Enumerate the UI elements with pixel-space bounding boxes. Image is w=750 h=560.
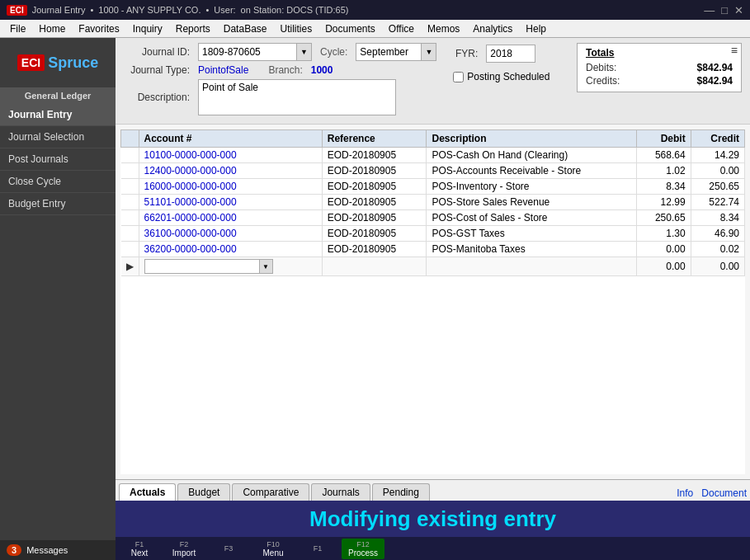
tab-budget[interactable]: Budget xyxy=(177,483,230,501)
menu-item-memos[interactable]: Memos xyxy=(421,21,466,36)
fyr-row: FYR: xyxy=(453,45,550,63)
menu-item-inquiry[interactable]: Inquiry xyxy=(126,21,169,36)
sidebar-item-post-journals[interactable]: Post Journals xyxy=(0,148,116,171)
cell-reference-0: EOD-20180905 xyxy=(322,148,427,163)
debits-label: Debits: xyxy=(586,62,635,73)
menu-item-utilities[interactable]: Utilities xyxy=(273,21,318,36)
content-area: Journal ID: ▼ Cycle: ▼ Journal Type: xyxy=(116,38,750,560)
cell-credit-2: 250.65 xyxy=(691,179,744,195)
fkey-num: F3 xyxy=(224,544,233,553)
fkey-label: Import xyxy=(172,548,196,558)
new-row-debit: 0.00 xyxy=(637,257,691,276)
sidebar-item-journal-entry[interactable]: Journal Entry xyxy=(0,104,116,126)
title-separator2: • xyxy=(205,5,209,15)
cell-reference-4: EOD-20180905 xyxy=(322,210,427,226)
table-new-row[interactable]: ▶ ▼ 0.00 0.00 xyxy=(121,257,745,276)
titlebar-controls[interactable]: — □ ✕ xyxy=(704,4,743,16)
cell-reference-2: EOD-20180905 xyxy=(322,179,427,195)
table-header-row: Account # Reference Description Debit Cr… xyxy=(121,130,745,148)
cell-debit-3: 12.99 xyxy=(637,195,691,210)
cell-description-3: POS-Store Sales Revenue xyxy=(427,195,637,210)
title-station: on Station: DOCS (TID:65) xyxy=(241,5,349,15)
row-arrow-3 xyxy=(121,195,139,210)
messages-label[interactable]: Messages xyxy=(26,545,68,555)
messages-badge[interactable]: 3 xyxy=(7,544,21,556)
tab-btn-info[interactable]: Info xyxy=(677,487,693,499)
journal-id-combo[interactable]: ▼ xyxy=(198,43,312,61)
row-arrow-4 xyxy=(121,210,139,226)
menu-item-file[interactable]: File xyxy=(3,21,32,36)
cycle-dropdown-btn[interactable]: ▼ xyxy=(422,43,436,61)
tab-btn-document[interactable]: Document xyxy=(701,487,747,499)
table-row[interactable]: 36200-0000-000-000 EOD-20180905 POS-Mani… xyxy=(121,242,745,257)
sidebar-spacer xyxy=(0,215,116,540)
fkey-f10-menu[interactable]: F10Menu xyxy=(252,540,294,558)
row-arrow-2 xyxy=(121,179,139,195)
cycle-input[interactable] xyxy=(356,43,422,61)
tab-comparative[interactable]: Comparative xyxy=(232,483,309,501)
row-arrow-6 xyxy=(121,242,139,257)
menu-item-documents[interactable]: Documents xyxy=(318,21,382,36)
new-account-dropdown[interactable]: ▼ xyxy=(260,259,273,274)
credits-label: Credits: xyxy=(586,75,635,87)
cell-description-6: POS-Manitoba Taxes xyxy=(427,242,637,257)
journal-id-input[interactable] xyxy=(198,43,297,61)
menu-item-home[interactable]: Home xyxy=(32,21,72,36)
cell-debit-2: 8.34 xyxy=(637,179,691,195)
new-row-desc xyxy=(427,257,637,276)
minimize-button[interactable]: — xyxy=(704,4,715,16)
fkey-f1-next[interactable]: F1Next xyxy=(119,540,160,558)
sidebar-item-journal-selection[interactable]: Journal Selection xyxy=(0,126,116,148)
fkey-f12-process[interactable]: F12Process xyxy=(342,539,384,559)
table-row[interactable]: 16000-0000-000-000 EOD-20180905 POS-Inve… xyxy=(121,179,745,195)
table-row[interactable]: 51101-0000-000-000 EOD-20180905 POS-Stor… xyxy=(121,195,745,210)
menu-item-office[interactable]: Office xyxy=(382,21,421,36)
fkey-num: F1 xyxy=(135,540,144,548)
menu-item-analytics[interactable]: Analytics xyxy=(466,21,519,36)
new-row-account[interactable]: ▼ xyxy=(139,257,322,276)
cell-description-2: POS-Inventory - Store xyxy=(427,179,637,195)
menu-item-database[interactable]: DataBase xyxy=(217,21,274,36)
posting-checkbox[interactable] xyxy=(453,72,464,82)
tab-right-buttons: InfoDocument xyxy=(677,487,747,501)
tab-actuals[interactable]: Actuals xyxy=(119,483,176,501)
messages-bar: 3 Messages xyxy=(0,540,116,560)
sidebar-item-budget-entry[interactable]: Budget Entry xyxy=(0,193,116,215)
new-row-arrow: ▶ xyxy=(121,257,139,276)
table-row[interactable]: 36100-0000-000-000 EOD-20180905 POS-GST … xyxy=(121,226,745,242)
menubar: FileHomeFavoritesInquiryReportsDataBaseU… xyxy=(0,20,750,38)
maximize-button[interactable]: □ xyxy=(721,4,728,16)
cell-credit-1: 0.00 xyxy=(691,163,744,179)
close-button[interactable]: ✕ xyxy=(734,4,743,16)
cell-reference-1: EOD-20180905 xyxy=(322,163,427,179)
fyr-input[interactable] xyxy=(486,45,535,63)
fkey-f3-[interactable]: F3 xyxy=(208,544,249,553)
cell-debit-6: 0.00 xyxy=(637,242,691,257)
description-input[interactable] xyxy=(198,79,396,115)
eci-logo: ECI xyxy=(17,54,45,71)
menu-item-favorites[interactable]: Favorites xyxy=(72,21,125,36)
col-arrow xyxy=(121,130,139,148)
journal-id-dropdown-btn[interactable]: ▼ xyxy=(297,43,312,61)
totals-menu-icon[interactable]: ≡ xyxy=(731,44,738,57)
table-row[interactable]: 12400-0000-000-000 EOD-20180905 POS-Acco… xyxy=(121,163,745,179)
menu-item-help[interactable]: Help xyxy=(519,21,553,36)
function-keys-bar: F1NextF2ImportF3F10MenuF1F12Process xyxy=(116,537,750,560)
cell-description-5: POS-GST Taxes xyxy=(427,226,637,242)
tab-journals[interactable]: Journals xyxy=(311,483,370,501)
new-account-input[interactable] xyxy=(144,259,260,274)
journal-type-label: Journal Type: xyxy=(124,64,190,76)
cell-credit-4: 8.34 xyxy=(691,210,744,226)
form-fields-middle: FYR: Posting Scheduled xyxy=(453,45,550,82)
menu-item-reports[interactable]: Reports xyxy=(169,21,217,36)
cell-credit-6: 0.02 xyxy=(691,242,744,257)
table-row[interactable]: 66201-0000-000-000 EOD-20180905 POS-Cost… xyxy=(121,210,745,226)
table-row[interactable]: 10100-0000-000-000 EOD-20180905 POS-Cash… xyxy=(121,148,745,163)
sidebar-item-close-cycle[interactable]: Close Cycle xyxy=(0,171,116,193)
cycle-combo[interactable]: ▼ xyxy=(356,43,436,61)
cell-debit-4: 250.65 xyxy=(637,210,691,226)
journal-id-label: Journal ID: xyxy=(124,46,190,58)
tab-pending[interactable]: Pending xyxy=(372,483,430,501)
fkey-f2-import[interactable]: F2Import xyxy=(163,540,205,558)
fkey-f1-[interactable]: F1 xyxy=(297,544,338,553)
